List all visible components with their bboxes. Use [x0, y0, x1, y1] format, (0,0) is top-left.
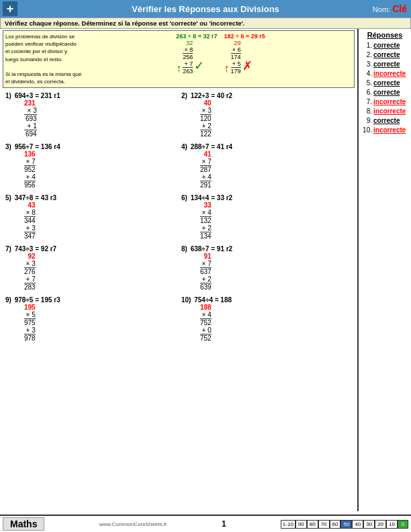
sidebar-num-1: 1. [361, 42, 372, 49]
example-prob1: 263 ÷ 8 = 32 r7 ↑ 32 × 8 256 + 7 263 ✓ [176, 33, 217, 75]
score-40: 40 [352, 520, 363, 529]
problem-1-num: 1) [5, 92, 11, 99]
footer-score-row: 1-10 90 80 70 60 50 40 30 20 10 0 [281, 520, 408, 529]
footer-subject: Maths [3, 517, 44, 531]
problem-5: 5) 347÷8 = 43 r3 43 × 8 344 + 3 347 [3, 193, 179, 244]
score-80: 80 [307, 520, 318, 529]
score-label: 1-10 [281, 520, 295, 529]
problem-6-num: 6) [181, 194, 187, 202]
problem-2-calc: 40 × 3 120 + 2 122 [200, 99, 212, 138]
example-box: Los problemas de división se pueden veri… [3, 30, 355, 88]
example-eq2: 182 ÷ 6 = 29 r5 [224, 33, 265, 40]
problem-4: 4) 288÷7 = 41 r4 41 × 7 287 + 4 291 [179, 142, 355, 193]
problem-9-num: 9) [5, 296, 11, 304]
problem-3: 3) 956÷7 = 136 r4 136 × 7 952 + 4 956 [3, 142, 179, 193]
example-line6: el dividendo, es correcta. [5, 79, 65, 85]
problems-container: 1) 694÷3 = 231 r1 231 × 3 693 + 1 694 [3, 91, 355, 346]
body: Los problemas de división se pueden veri… [0, 29, 411, 511]
score-10: 10 [386, 520, 398, 529]
sidebar-num-5: 5. [361, 79, 372, 87]
problem-6: 6) 134÷4 = 33 r2 33 × 4 132 + 2 134 [179, 193, 355, 244]
problem-9-calc: 195 × 5 975 + 3 978 [24, 304, 36, 342]
sidebar-item-10: 10. incorrecte [361, 126, 408, 134]
problem-5-eq: 347÷8 = 43 r3 [15, 194, 57, 202]
sidebar-answer-7: incorrecte [373, 98, 406, 105]
sidebar-num-3: 3. [361, 60, 372, 68]
problem-8-calc: 91 × 7 637 + 2 639 [200, 253, 212, 291]
sidebar-answer-3: correcte [373, 60, 400, 68]
sidebar-item-6: 6. correcte [361, 89, 408, 96]
problem-10-eq: 754÷4 = 188 [194, 296, 232, 304]
left-content: Los problemas de división se pueden veri… [0, 29, 357, 511]
right-sidebar: Réponses 1. correcte 2. correcte 3. corr… [357, 29, 411, 511]
problem-9: 9) 978÷5 = 195 r3 195 × 5 975 + 3 978 [3, 295, 179, 346]
nom-label: Nom: [373, 5, 390, 13]
sidebar-title: Réponses [361, 31, 408, 39]
problem-1-eq: 694÷3 = 231 r1 [15, 92, 60, 99]
problem-10-header: 10) 754÷4 = 188 [181, 296, 352, 304]
problem-6-calc: 33 × 4 132 + 2 134 [200, 202, 212, 240]
sidebar-num-4: 4. [361, 70, 372, 77]
sidebar-num-2: 2. [361, 51, 372, 58]
sidebar-answer-9: correcte [373, 117, 400, 124]
problem-1-calc: 231 × 3 693 + 1 694 [24, 99, 37, 138]
footer-url: www.CommonCoreSheets.fr [99, 521, 167, 527]
example-calcs: 263 ÷ 8 = 32 r7 ↑ 32 × 8 256 + 7 263 ✓ [89, 33, 352, 75]
sidebar-num-7: 7. [361, 98, 372, 105]
problem-2-eq: 122÷3 = 40 r2 [191, 92, 233, 99]
score-0: 0 [398, 520, 408, 529]
sidebar-answer-1: correcte [373, 42, 400, 49]
sidebar-answer-4: incorrecte [373, 70, 406, 77]
problem-7-calc: 92 × 3 276 + 7 283 [24, 253, 36, 291]
problem-5-calc: 43 × 8 344 + 3 347 [24, 202, 36, 240]
problem-10-calc: 188 × 4 752 + 0 752 [200, 304, 212, 342]
score-20: 20 [375, 520, 386, 529]
example-line2: pueden verificar multiplicando [5, 41, 77, 47]
header-nom: Nom: Clé [373, 3, 407, 14]
footer: Maths www.CommonCoreSheets.fr 1 1-10 90 … [0, 515, 411, 532]
instruction-bar: Vérifiez chaque réponse. Déterminez si l… [0, 17, 411, 29]
sidebar-item-7: 7. incorrecte [361, 98, 408, 105]
example-arrow1: ↑ [176, 62, 181, 75]
problem-4-eq: 288÷7 = 41 r4 [191, 143, 233, 150]
problem-5-header: 5) 347÷8 = 43 r3 [5, 194, 176, 202]
sidebar-answer-8: incorrecte [373, 107, 406, 115]
problem-8-header: 8) 638÷7 = 91 r2 [181, 245, 352, 253]
problem-7-num: 7) [5, 245, 11, 253]
header-title: Vérifier les Réponses aux Divisions [132, 4, 279, 14]
sidebar-num-8: 8. [361, 107, 372, 115]
footer-page: 1 [222, 519, 226, 529]
example-calc2: 29 × 6 174 + 5 179 [231, 40, 241, 75]
sidebar-answer-10: incorrecte [373, 126, 406, 134]
problem-5-num: 5) [5, 194, 11, 202]
problem-6-header: 6) 134÷4 = 33 r2 [181, 194, 352, 202]
sidebar-item-1: 1. correcte [361, 42, 408, 49]
problem-2-header: 2) 122÷3 = 40 r2 [181, 92, 352, 99]
example-line3: el cociente por el divisor y [5, 48, 67, 54]
problem-3-num: 3) [5, 143, 11, 150]
sidebar-num-9: 9. [361, 117, 372, 124]
score-50: 50 [340, 520, 352, 529]
example-line4: luego sumando el resto. [5, 56, 62, 62]
sidebar-item-9: 9. correcte [361, 117, 408, 124]
problem-7-header: 7) 743÷3 = 92 r7 [5, 245, 176, 253]
problem-4-header: 4) 288÷7 = 41 r4 [181, 143, 352, 150]
xmark-icon: ✗ [242, 58, 253, 73]
sidebar-item-4: 4. incorrecte [361, 70, 408, 77]
problem-6-eq: 134÷4 = 33 r2 [191, 194, 233, 202]
sidebar-answer-6: correcte [373, 89, 400, 96]
problem-3-calc: 136 × 7 952 + 4 956 [24, 150, 36, 189]
problem-8-eq: 638÷7 = 91 r2 [191, 245, 233, 253]
example-line1: Los problemas de división se [5, 34, 75, 40]
problem-1: 1) 694÷3 = 231 r1 231 × 3 693 + 1 694 [3, 91, 179, 142]
problem-7-eq: 743÷3 = 92 r7 [15, 245, 57, 253]
problem-2-num: 2) [181, 92, 187, 99]
score-60: 60 [330, 520, 341, 529]
score-90: 90 [295, 520, 307, 529]
problem-1-header: 1) 694÷3 = 231 r1 [5, 92, 176, 99]
sidebar-num-6: 6. [361, 89, 372, 96]
page-container: + Vérifier les Réponses aux Divisions No… [0, 0, 411, 532]
problem-3-header: 3) 956÷7 = 136 r4 [5, 143, 176, 150]
sidebar-num-10: 10. [361, 126, 372, 134]
problem-9-eq: 978÷5 = 195 r3 [15, 296, 60, 304]
